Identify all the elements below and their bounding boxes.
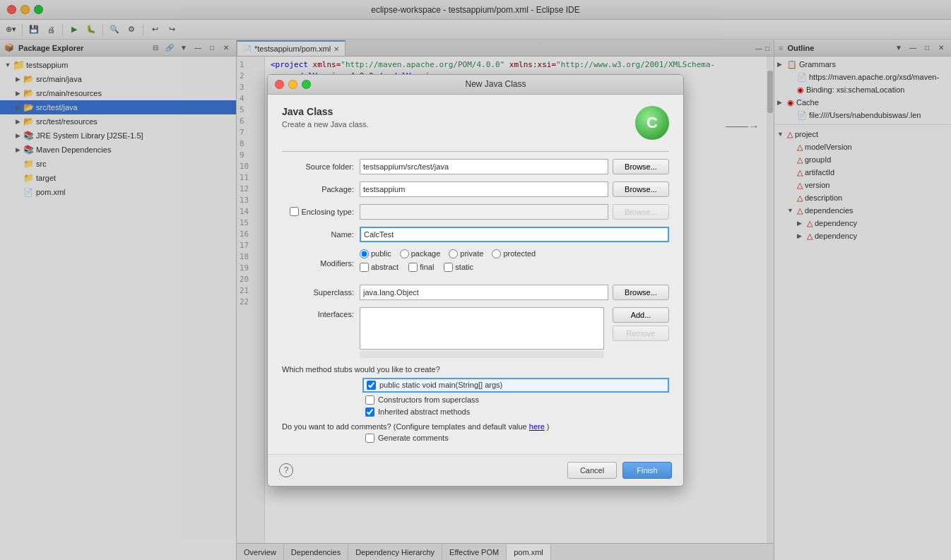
modifier-public-radio[interactable] — [360, 249, 369, 258]
package-row: Package: Browse... — [282, 181, 669, 197]
icon-letter: C — [646, 114, 658, 132]
modifier-public-item: public — [360, 249, 391, 258]
stub-main-item: public static void main(String[] args) — [362, 378, 669, 393]
dialog-min-btn[interactable] — [288, 80, 297, 89]
modifier-abstract-checkbox[interactable] — [360, 263, 369, 272]
interfaces-buttons: Add... Remove — [608, 307, 669, 341]
modifier-package-item: package — [400, 249, 441, 258]
source-folder-input[interactable] — [360, 159, 608, 174]
modifiers-row: Modifiers: public package pr — [282, 249, 669, 278]
dialog-help-section: ? — [279, 463, 562, 477]
superclass-row: Superclass: Browse... — [282, 285, 669, 300]
name-input[interactable] — [360, 227, 669, 242]
interfaces-scrollbar[interactable] — [360, 351, 604, 358]
source-folder-row: Source folder: Browse... — [282, 159, 669, 174]
stub-inherited-checkbox[interactable] — [365, 407, 374, 417]
modifier-final-checkbox[interactable] — [408, 263, 418, 272]
interfaces-content — [360, 307, 604, 358]
header-divider — [282, 151, 669, 152]
dialog-header-title: Java Class — [282, 106, 635, 117]
stubs-question: Which method stubs would you like to cre… — [282, 365, 669, 374]
source-folder-browse-button[interactable]: Browse... — [613, 159, 669, 174]
dialog-header-subtitle: Create a new Java class. — [282, 120, 635, 129]
generate-comments-label: Generate comments — [378, 434, 449, 442]
modifier-static-label: static — [455, 263, 473, 271]
access-modifiers-row: public package private protected — [360, 249, 669, 258]
modifier-private-label: private — [460, 249, 483, 258]
new-java-class-dialog: New Java Class Java Class Create a new J… — [267, 74, 684, 487]
enclosing-type-label: Enclosing type: — [301, 208, 354, 216]
dialog-header: Java Class Create a new Java class. C — [282, 106, 669, 140]
name-row: Name: — [282, 227, 669, 242]
enclosing-type-row: Enclosing type: Browse... — [282, 204, 669, 220]
dialog-title-buttons — [275, 80, 311, 89]
interfaces-list[interactable] — [360, 307, 604, 350]
dialog-max-btn[interactable] — [302, 80, 311, 89]
help-icon-label: ? — [284, 465, 289, 475]
superclass-browse-button[interactable]: Browse... — [613, 285, 669, 300]
modifier-private-radio[interactable] — [449, 249, 458, 258]
interfaces-label: Interfaces: — [282, 307, 360, 318]
modifier-package-label: package — [411, 249, 441, 258]
dialog-close-btn[interactable] — [275, 80, 284, 89]
modifier-static-item: static — [444, 263, 473, 272]
stub-inherited-label: Inherited abstract methods — [378, 407, 470, 416]
superclass-label: Superclass: — [282, 288, 360, 297]
dialog-titlebar: New Java Class — [268, 75, 683, 95]
interfaces-row: Interfaces: Add... Remove — [282, 307, 669, 358]
generate-comments-checkbox[interactable] — [365, 434, 374, 443]
enclosing-type-checkbox[interactable] — [290, 207, 299, 216]
stub-main-checkbox[interactable] — [367, 381, 376, 390]
interfaces-remove-button[interactable]: Remove — [613, 326, 669, 341]
generate-comments-item: Generate comments — [365, 434, 669, 443]
package-label: Package: — [282, 185, 360, 193]
dialog-header-text: Java Class Create a new Java class. — [282, 106, 635, 129]
enclosing-browse-button[interactable]: Browse... — [613, 204, 669, 220]
dialog-footer: ? Cancel Finish — [268, 454, 683, 486]
comments-link[interactable]: here — [529, 422, 545, 431]
modifier-private-item: private — [449, 249, 483, 258]
superclass-input[interactable] — [360, 285, 608, 300]
dialog-overlay: New Java Class Java Class Create a new J… — [0, 0, 951, 560]
modifier-package-radio[interactable] — [400, 249, 409, 258]
extra-modifiers-row: abstract final static — [360, 263, 669, 272]
source-folder-label: Source folder: — [282, 162, 360, 171]
stub-constructors-item: Constructors from superclass — [365, 395, 669, 405]
modifier-final-item: final — [408, 263, 434, 272]
enclosing-type-checkbox-wrapper: Enclosing type: — [282, 207, 360, 216]
modifiers-label: Modifiers: — [282, 259, 360, 268]
modifier-abstract-item: abstract — [360, 263, 398, 272]
package-browse-button[interactable]: Browse... — [613, 181, 669, 197]
name-label: Name: — [282, 230, 360, 239]
stub-constructors-checkbox[interactable] — [365, 395, 374, 405]
java-class-icon: C — [635, 106, 669, 140]
help-button[interactable]: ? — [279, 463, 293, 477]
stub-constructors-label: Constructors from superclass — [378, 395, 479, 404]
dialog-body: Java Class Create a new Java class. C So… — [268, 95, 683, 454]
modifier-public-label: public — [371, 249, 391, 258]
dialog-title: New Java Class — [315, 79, 676, 89]
modifier-abstract-label: abstract — [371, 263, 398, 271]
modifiers-content: public package private protected — [360, 249, 669, 278]
modifier-final-label: final — [420, 263, 434, 271]
comments-question-text: Do you want to add comments? (Configure … — [282, 422, 527, 431]
cancel-button[interactable]: Cancel — [567, 462, 617, 479]
modifier-static-checkbox[interactable] — [444, 263, 453, 272]
package-input[interactable] — [360, 181, 608, 197]
modifier-protected-item: protected — [492, 249, 536, 258]
comments-end: ) — [547, 422, 550, 431]
comments-question: Do you want to add comments? (Configure … — [282, 422, 669, 431]
stub-main-label: public static void main(String[] args) — [379, 381, 502, 389]
interfaces-add-button[interactable]: Add... — [613, 307, 669, 323]
modifier-protected-radio[interactable] — [492, 249, 501, 258]
finish-button[interactable]: Finish — [622, 462, 672, 479]
stub-inherited-item: Inherited abstract methods — [365, 407, 669, 417]
modifier-protected-label: protected — [503, 249, 536, 258]
enclosing-type-input[interactable] — [360, 204, 608, 220]
